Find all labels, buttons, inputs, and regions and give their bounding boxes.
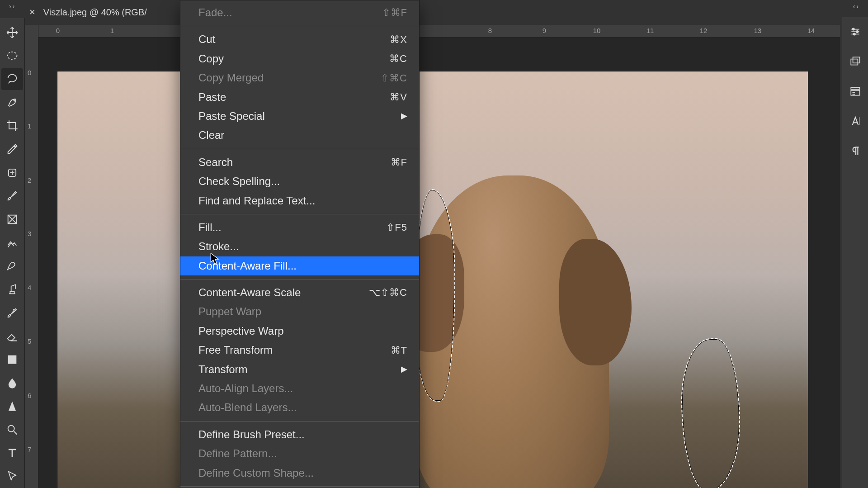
menu-item-check-spelling[interactable]: Check Spelling... [180, 172, 419, 191]
menu-item-define-custom-shape: Define Custom Shape... [180, 464, 419, 483]
menu-item-content-aware-fill[interactable]: Content-Aware Fill... [180, 256, 419, 275]
content-aware-move-tool[interactable] [1, 232, 23, 254]
document-image[interactable] [57, 71, 808, 488]
menu-item-label: Cut [198, 32, 215, 47]
lasso-tool[interactable] [1, 68, 23, 90]
menu-item-fill[interactable]: Fill...⇧F5 [180, 218, 419, 237]
menu-item-shortcut: ⌘X [390, 33, 407, 47]
menu-item-label: Auto-Blend Layers... [198, 400, 297, 415]
submenu-arrow-icon: ▶ [401, 364, 407, 374]
ruler-horizontal[interactable]: 01891011121314 [38, 25, 840, 38]
ruler-v-tick: 6 [28, 392, 31, 399]
menu-item-shortcut: ⌥⇧⌘C [369, 286, 407, 299]
ruler-h-tick: 14 [807, 27, 815, 34]
path-select-tool[interactable] [1, 465, 23, 487]
menu-item-label: Search [198, 155, 233, 170]
menu-item-shortcut: ⌘F [391, 156, 407, 169]
document-tab[interactable]: × Viszla.jpeg @ 40% (RGB/ [29, 5, 147, 20]
menu-item-label: Define Pattern... [198, 446, 277, 461]
eyedropper-tool[interactable] [1, 138, 23, 160]
menu-item-label: Content-Aware Fill... [198, 259, 297, 273]
expand-left-chevrons-icon[interactable]: ›› [9, 3, 16, 10]
menu-separator [180, 149, 419, 149]
menu-item-label: Copy Merged [198, 71, 264, 85]
menu-item-copy-merged: Copy Merged⇧⌘C [180, 68, 419, 87]
layers-icon[interactable] [845, 52, 865, 71]
menu-item-shortcut: ⌘V [390, 90, 407, 104]
ruler-v-tick: 4 [28, 284, 31, 291]
menu-item-label: Find and Replace Text... [198, 194, 315, 208]
dodge-tool[interactable] [1, 419, 23, 441]
menu-item-label: Perspective Warp [198, 324, 284, 338]
ruler-vertical[interactable]: 01234567 [25, 25, 38, 488]
selection-marquee[interactable] [415, 189, 455, 402]
blur-tool[interactable] [1, 372, 23, 394]
menu-separator [180, 421, 419, 422]
menu-separator [180, 279, 419, 280]
menu-item-label: Fade... [198, 5, 232, 20]
properties-icon[interactable] [845, 81, 865, 101]
menu-item-auto-blend-layers: Auto-Blend Layers... [180, 398, 419, 417]
ruler-v-tick: 3 [28, 230, 31, 237]
paragraph-icon[interactable] [845, 141, 865, 161]
paint-tool[interactable] [1, 256, 23, 277]
svg-rect-10 [853, 57, 859, 63]
gradient-tool[interactable] [1, 349, 23, 370]
menu-item-cut[interactable]: Cut⌘X [180, 30, 419, 49]
ruler-h-tick: 8 [488, 27, 492, 34]
ruler-h-tick: 0 [56, 27, 60, 34]
quick-select-tool[interactable] [1, 92, 23, 114]
history-brush-tool[interactable] [1, 302, 23, 324]
menu-item-search[interactable]: Search⌘F [180, 153, 419, 172]
frame-tool[interactable] [1, 208, 23, 230]
menu-item-paste[interactable]: Paste⌘V [180, 88, 419, 107]
selection-marquee[interactable] [681, 338, 740, 488]
menu-item-copy[interactable]: Copy⌘C [180, 49, 419, 68]
menu-item-label: Transform [198, 362, 247, 377]
close-tab-button[interactable]: × [29, 6, 35, 18]
svg-point-6 [852, 28, 854, 30]
ruler-v-tick: 7 [28, 445, 31, 453]
menu-item-define-brush-preset[interactable]: Define Brush Preset... [180, 425, 419, 444]
menu-item-stroke[interactable]: Stroke... [180, 237, 419, 256]
svg-point-0 [8, 52, 17, 59]
eraser-tool[interactable] [1, 326, 23, 347]
menu-item-shortcut: ⇧⌘C [381, 71, 407, 85]
menu-item-paste-special[interactable]: Paste Special▶ [180, 107, 419, 126]
menu-item-label: Puppet Warp [198, 304, 261, 319]
menu-item-label: Paste Special [198, 109, 265, 123]
left-toolbar [0, 18, 25, 488]
move-tool[interactable] [1, 22, 23, 43]
svg-point-8 [853, 33, 855, 35]
edit-menu-dropdown: Fade...⇧⌘FCut⌘XCopy⌘CCopy Merged⇧⌘CPaste… [180, 0, 420, 488]
brush-tool[interactable] [1, 185, 23, 207]
menu-item-label: Copy [198, 52, 224, 66]
menu-item-auto-align-layers: Auto-Align Layers... [180, 379, 419, 398]
menu-item-find-and-replace-text[interactable]: Find and Replace Text... [180, 191, 419, 210]
expand-right-chevrons-icon[interactable]: ‹‹ [853, 3, 860, 10]
menu-item-puppet-warp: Puppet Warp [180, 302, 419, 321]
clone-stamp-tool[interactable] [1, 279, 23, 300]
svg-rect-4 [8, 355, 17, 364]
menu-item-transform[interactable]: Transform▶ [180, 360, 419, 379]
healing-brush-tool[interactable] [1, 162, 23, 184]
pen-tool[interactable] [1, 396, 23, 417]
right-toolbar [842, 17, 868, 488]
submenu-arrow-icon: ▶ [401, 110, 407, 121]
menu-item-content-aware-scale[interactable]: Content-Aware Scale⌥⇧⌘C [180, 283, 419, 302]
menu-item-shortcut: ⌘C [389, 52, 407, 66]
svg-rect-12 [851, 90, 860, 95]
ruler-v-tick: 5 [28, 337, 31, 345]
canvas-viewport[interactable] [38, 38, 840, 488]
menu-item-clear[interactable]: Clear [180, 126, 419, 145]
menu-item-free-transform[interactable]: Free Transform⌘T [180, 341, 419, 360]
menu-item-perspective-warp[interactable]: Perspective Warp [180, 322, 419, 341]
menu-separator [180, 214, 419, 214]
character-icon[interactable] [845, 111, 865, 131]
type-tool[interactable] [1, 442, 23, 464]
svg-rect-9 [851, 59, 858, 65]
ruler-h-tick: 13 [754, 27, 762, 34]
sliders-icon[interactable] [845, 22, 865, 42]
marquee-ellipse-tool[interactable] [1, 45, 23, 67]
crop-tool[interactable] [1, 115, 23, 137]
